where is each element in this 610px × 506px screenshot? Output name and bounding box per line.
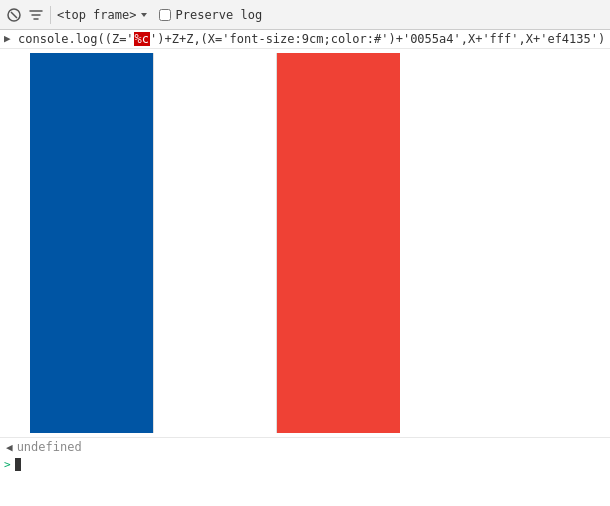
flag-red-stripe (277, 53, 400, 433)
log-highlighted: %c (134, 32, 150, 46)
result-arrow: ◀ (6, 441, 13, 454)
input-prompt-arrow: > (4, 458, 11, 471)
flag-white-stripe (153, 53, 278, 433)
log-arrow: ▶ (4, 32, 14, 45)
filter-button[interactable] (28, 7, 44, 23)
log-prefix: console.log((Z=' (18, 32, 134, 46)
chevron-down-icon (139, 10, 149, 20)
cursor-caret (15, 458, 21, 471)
frame-label: <top frame> (57, 8, 136, 22)
frame-selector[interactable]: <top frame> (57, 8, 149, 22)
devtools-toolbar: <top frame> Preserve log (0, 0, 610, 30)
undefined-result-line: ◀ undefined (0, 437, 610, 456)
console-input-line[interactable]: > (0, 456, 610, 473)
flag-blue-stripe (30, 53, 153, 433)
flag-output-area (0, 53, 610, 433)
preserve-log-area: Preserve log (159, 8, 262, 22)
log-code: console.log((Z='%c')+Z+Z,(X='font-size:9… (18, 32, 605, 46)
toolbar-separator (50, 6, 51, 24)
clear-console-button[interactable] (6, 7, 22, 23)
log-suffix: ')+Z+Z,(X='font-size:9cm;color:#')+'0055… (150, 32, 605, 46)
preserve-log-checkbox[interactable] (159, 9, 171, 21)
preserve-log-label: Preserve log (175, 8, 262, 22)
french-flag (30, 53, 400, 433)
undefined-text: undefined (17, 440, 82, 454)
svg-line-1 (11, 12, 17, 18)
console-log-line: ▶ console.log((Z='%c')+Z+Z,(X='font-size… (0, 30, 610, 49)
